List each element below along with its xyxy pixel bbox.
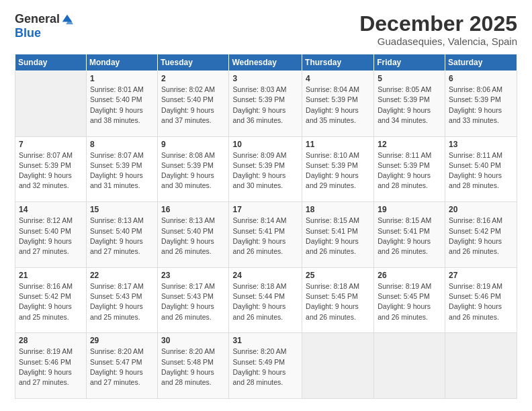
cell-w4-d6	[445, 333, 517, 399]
day-number: 26	[378, 271, 441, 280]
day-info: Sunrise: 8:19 AM Sunset: 5:46 PM Dayligh…	[449, 281, 513, 322]
day-info: Sunrise: 8:13 AM Sunset: 5:40 PM Dayligh…	[90, 216, 154, 257]
day-info: Sunrise: 8:14 AM Sunset: 5:41 PM Dayligh…	[232, 216, 298, 257]
day-number: 27	[449, 271, 513, 280]
col-tuesday: Tuesday	[158, 54, 229, 71]
day-number: 21	[19, 271, 83, 280]
cell-w3-d0: 21Sunrise: 8:16 AM Sunset: 5:42 PM Dayli…	[15, 267, 87, 333]
col-wednesday: Wednesday	[229, 54, 302, 71]
header-row: Sunday Monday Tuesday Wednesday Thursday…	[15, 54, 517, 71]
subtitle: Guadasequies, Valencia, Spain	[359, 36, 517, 47]
cell-w0-d3: 3Sunrise: 8:03 AM Sunset: 5:39 PM Daylig…	[229, 71, 302, 137]
day-info: Sunrise: 8:11 AM Sunset: 5:40 PM Dayligh…	[449, 150, 513, 191]
cell-w1-d2: 9Sunrise: 8:08 AM Sunset: 5:39 PM Daylig…	[158, 136, 229, 202]
cell-w2-d0: 14Sunrise: 8:12 AM Sunset: 5:40 PM Dayli…	[15, 202, 87, 268]
day-number: 28	[19, 336, 83, 345]
col-monday: Monday	[86, 54, 157, 71]
col-saturday: Saturday	[445, 54, 517, 71]
cell-w3-d6: 27Sunrise: 8:19 AM Sunset: 5:46 PM Dayli…	[445, 267, 517, 333]
day-number: 9	[161, 140, 225, 149]
day-info: Sunrise: 8:02 AM Sunset: 5:40 PM Dayligh…	[161, 85, 225, 126]
cell-w3-d2: 23Sunrise: 8:17 AM Sunset: 5:43 PM Dayli…	[158, 267, 229, 333]
header: General Blue December 2025 Guadasequies,…	[15, 12, 517, 47]
cell-w3-d4: 25Sunrise: 8:18 AM Sunset: 5:45 PM Dayli…	[302, 267, 374, 333]
day-number: 18	[306, 205, 370, 214]
day-info: Sunrise: 8:09 AM Sunset: 5:39 PM Dayligh…	[232, 150, 298, 191]
day-info: Sunrise: 8:15 AM Sunset: 5:41 PM Dayligh…	[306, 216, 370, 257]
day-number: 1	[90, 74, 154, 83]
page: General Blue December 2025 Guadasequies,…	[0, 0, 532, 411]
day-info: Sunrise: 8:05 AM Sunset: 5:39 PM Dayligh…	[378, 85, 441, 126]
day-number: 16	[161, 205, 225, 214]
week-row-1: 7Sunrise: 8:07 AM Sunset: 5:39 PM Daylig…	[15, 136, 517, 202]
logo: General Blue	[15, 12, 73, 40]
cell-w1-d1: 8Sunrise: 8:07 AM Sunset: 5:39 PM Daylig…	[86, 136, 157, 202]
day-number: 15	[90, 205, 154, 214]
week-row-4: 28Sunrise: 8:19 AM Sunset: 5:46 PM Dayli…	[15, 333, 517, 399]
cell-w0-d5: 5Sunrise: 8:05 AM Sunset: 5:39 PM Daylig…	[374, 71, 445, 137]
day-info: Sunrise: 8:15 AM Sunset: 5:41 PM Dayligh…	[378, 216, 441, 257]
week-row-3: 21Sunrise: 8:16 AM Sunset: 5:42 PM Dayli…	[15, 267, 517, 333]
day-info: Sunrise: 8:19 AM Sunset: 5:46 PM Dayligh…	[19, 347, 83, 387]
cell-w4-d0: 28Sunrise: 8:19 AM Sunset: 5:46 PM Dayli…	[15, 333, 87, 399]
day-info: Sunrise: 8:20 AM Sunset: 5:47 PM Dayligh…	[90, 347, 154, 387]
day-number: 20	[449, 205, 513, 214]
day-info: Sunrise: 8:07 AM Sunset: 5:39 PM Dayligh…	[19, 150, 83, 191]
cell-w3-d3: 24Sunrise: 8:18 AM Sunset: 5:44 PM Dayli…	[229, 267, 302, 333]
day-number: 10	[232, 140, 298, 149]
cell-w2-d4: 18Sunrise: 8:15 AM Sunset: 5:41 PM Dayli…	[302, 202, 374, 268]
cell-w2-d2: 16Sunrise: 8:13 AM Sunset: 5:40 PM Dayli…	[158, 202, 229, 268]
cell-w1-d4: 11Sunrise: 8:10 AM Sunset: 5:39 PM Dayli…	[302, 136, 374, 202]
cell-w2-d6: 20Sunrise: 8:16 AM Sunset: 5:42 PM Dayli…	[445, 202, 517, 268]
day-number: 13	[449, 140, 513, 149]
day-number: 5	[378, 74, 441, 83]
day-info: Sunrise: 8:08 AM Sunset: 5:39 PM Dayligh…	[161, 150, 225, 191]
cell-w1-d3: 10Sunrise: 8:09 AM Sunset: 5:39 PM Dayli…	[229, 136, 302, 202]
day-info: Sunrise: 8:16 AM Sunset: 5:42 PM Dayligh…	[449, 216, 513, 257]
day-info: Sunrise: 8:18 AM Sunset: 5:45 PM Dayligh…	[306, 281, 370, 322]
day-number: 29	[90, 336, 154, 345]
calendar-header: Sunday Monday Tuesday Wednesday Thursday…	[15, 54, 517, 71]
cell-w0-d0	[15, 71, 87, 137]
day-info: Sunrise: 8:17 AM Sunset: 5:43 PM Dayligh…	[161, 281, 225, 322]
logo-blue-text: Blue	[15, 26, 41, 40]
cell-w0-d4: 4Sunrise: 8:04 AM Sunset: 5:39 PM Daylig…	[302, 71, 374, 137]
day-info: Sunrise: 8:19 AM Sunset: 5:45 PM Dayligh…	[378, 281, 441, 322]
day-number: 14	[19, 205, 83, 214]
day-info: Sunrise: 8:01 AM Sunset: 5:40 PM Dayligh…	[90, 85, 154, 126]
day-info: Sunrise: 8:16 AM Sunset: 5:42 PM Dayligh…	[19, 281, 83, 322]
col-sunday: Sunday	[15, 54, 87, 71]
cell-w4-d2: 30Sunrise: 8:20 AM Sunset: 5:48 PM Dayli…	[158, 333, 229, 399]
day-number: 11	[306, 140, 370, 149]
day-info: Sunrise: 8:07 AM Sunset: 5:39 PM Dayligh…	[90, 150, 154, 191]
title-block: December 2025 Guadasequies, Valencia, Sp…	[359, 12, 517, 47]
day-number: 24	[232, 271, 298, 280]
day-number: 25	[306, 271, 370, 280]
day-number: 3	[232, 74, 298, 83]
day-info: Sunrise: 8:10 AM Sunset: 5:39 PM Dayligh…	[306, 150, 370, 191]
day-number: 4	[306, 74, 370, 83]
day-number: 2	[161, 74, 225, 83]
logo-general-text: General	[15, 12, 60, 26]
cell-w3-d5: 26Sunrise: 8:19 AM Sunset: 5:45 PM Dayli…	[374, 267, 445, 333]
calendar-body: 1Sunrise: 8:01 AM Sunset: 5:40 PM Daylig…	[15, 71, 517, 399]
day-number: 7	[19, 140, 83, 149]
day-number: 6	[449, 74, 513, 83]
cell-w1-d6: 13Sunrise: 8:11 AM Sunset: 5:40 PM Dayli…	[445, 136, 517, 202]
day-number: 23	[161, 271, 225, 280]
cell-w4-d5	[374, 333, 445, 399]
col-thursday: Thursday	[302, 54, 374, 71]
day-info: Sunrise: 8:06 AM Sunset: 5:39 PM Dayligh…	[449, 85, 513, 126]
cell-w4-d3: 31Sunrise: 8:20 AM Sunset: 5:49 PM Dayli…	[229, 333, 302, 399]
cell-w4-d1: 29Sunrise: 8:20 AM Sunset: 5:47 PM Dayli…	[86, 333, 157, 399]
day-number: 30	[161, 336, 225, 345]
day-info: Sunrise: 8:20 AM Sunset: 5:48 PM Dayligh…	[161, 347, 225, 387]
cell-w2-d3: 17Sunrise: 8:14 AM Sunset: 5:41 PM Dayli…	[229, 202, 302, 268]
day-info: Sunrise: 8:13 AM Sunset: 5:40 PM Dayligh…	[161, 216, 225, 257]
day-number: 12	[378, 140, 441, 149]
day-number: 31	[232, 336, 298, 345]
cell-w0-d1: 1Sunrise: 8:01 AM Sunset: 5:40 PM Daylig…	[86, 71, 157, 137]
day-info: Sunrise: 8:18 AM Sunset: 5:44 PM Dayligh…	[232, 281, 298, 322]
main-title: December 2025	[359, 12, 517, 36]
day-info: Sunrise: 8:12 AM Sunset: 5:40 PM Dayligh…	[19, 216, 83, 257]
